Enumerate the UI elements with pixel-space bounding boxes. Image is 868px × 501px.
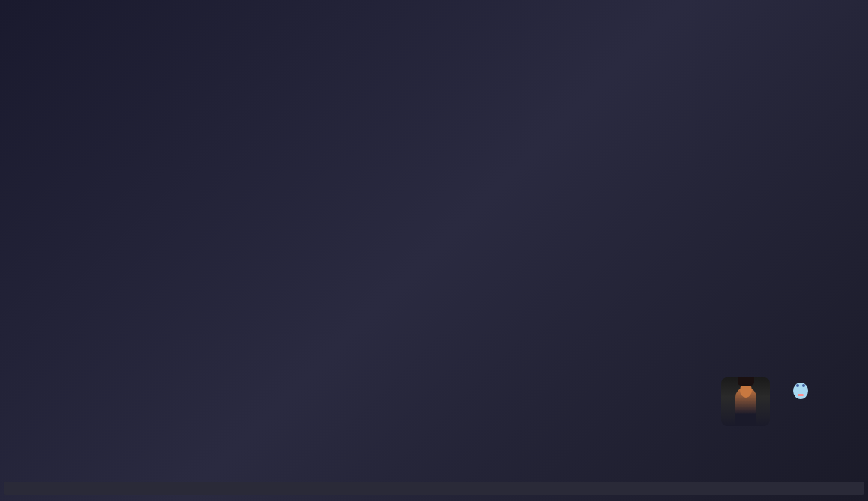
sample-woman-bg xyxy=(721,377,770,426)
right-panel: 1 Upload images you want to combine 🌿 xyxy=(333,94,838,437)
sample-image-1[interactable] xyxy=(612,377,661,426)
no-idea-card: No idea? Try these images. xyxy=(333,367,838,437)
sample-images xyxy=(612,377,825,426)
main-content: V Vidnoz Zoom in xyxy=(30,94,838,467)
sample-dark-room-bg xyxy=(612,377,661,426)
sample-image-3[interactable] xyxy=(721,377,770,426)
